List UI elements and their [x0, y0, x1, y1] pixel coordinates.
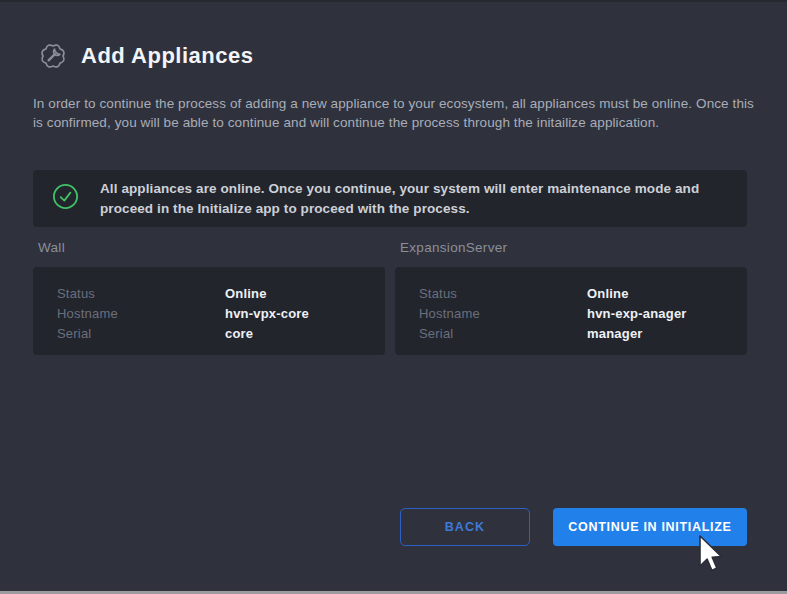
field-label: Hostname [419, 304, 587, 324]
field-label: Status [419, 284, 587, 304]
check-circle-icon [33, 183, 79, 214]
field-row: Serial manager [419, 324, 747, 344]
field-value: core [225, 324, 253, 344]
field-value: hvn-exp-anager [587, 304, 687, 324]
field-label: Status [57, 284, 225, 304]
continue-in-initialize-button[interactable]: CONTINUE IN INITIALIZE [553, 508, 747, 546]
appliance-section-wall: Wall Status Online Hostname hvn-vpx-core… [33, 240, 385, 355]
field-row: Serial core [57, 324, 385, 344]
field-row: Hostname hvn-exp-anager [419, 304, 747, 324]
field-row: Hostname hvn-vpx-core [57, 304, 385, 324]
back-button[interactable]: BACK [400, 508, 530, 546]
field-value: Online [225, 284, 267, 304]
intro-text: In order to continue the process of addi… [33, 94, 755, 132]
field-value: manager [587, 324, 643, 344]
appliance-card: Status Online Hostname hvn-exp-anager Se… [395, 267, 747, 355]
appliance-section-expansionserver: ExpansionServer Status Online Hostname h… [395, 240, 747, 355]
gear-wrench-icon [38, 41, 68, 71]
add-appliances-screen: Add Appliances In order to continue the … [0, 0, 787, 594]
status-banner-text: All appliances are online. Once you cont… [100, 179, 747, 218]
field-row: Status Online [419, 284, 747, 304]
status-banner: All appliances are online. Once you cont… [33, 170, 747, 227]
page-title: Add Appliances [81, 43, 253, 69]
field-value: Online [587, 284, 629, 304]
field-row: Status Online [57, 284, 385, 304]
section-title: ExpansionServer [395, 240, 747, 255]
field-label: Hostname [57, 304, 225, 324]
page-header: Add Appliances [38, 41, 253, 71]
appliance-sections: Wall Status Online Hostname hvn-vpx-core… [33, 240, 747, 355]
field-label: Serial [57, 324, 225, 344]
field-value: hvn-vpx-core [225, 304, 309, 324]
window-top-edge [0, 0, 787, 2]
appliance-card: Status Online Hostname hvn-vpx-core Seri… [33, 267, 385, 355]
section-title: Wall [33, 240, 385, 255]
field-label: Serial [419, 324, 587, 344]
